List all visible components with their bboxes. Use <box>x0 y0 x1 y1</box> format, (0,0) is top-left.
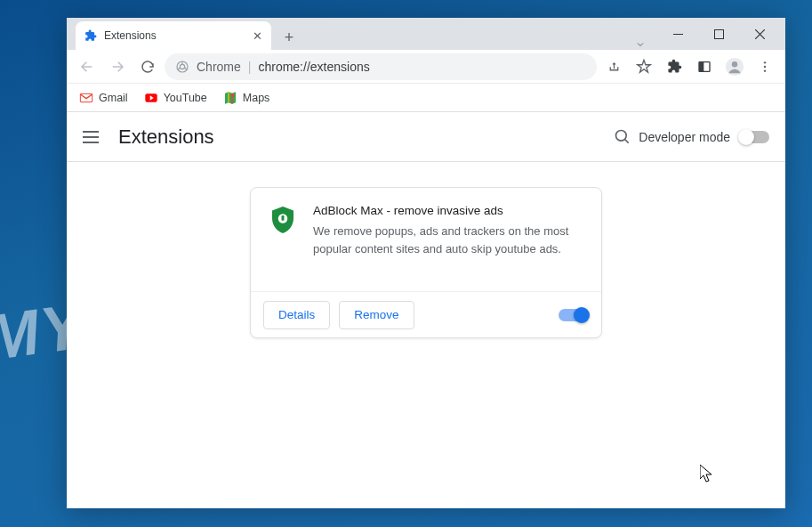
toolbar: Chrome | chrome://extensions <box>67 50 785 84</box>
bookmark-label: YouTube <box>164 92 207 104</box>
search-icon[interactable] <box>607 121 639 153</box>
extension-shield-icon <box>267 204 299 236</box>
svg-point-7 <box>732 61 737 67</box>
browser-window: Extensions ✕ + <box>67 18 785 508</box>
svg-point-9 <box>764 65 766 67</box>
extension-info: AdBlock Max - remove invasive ads We rem… <box>313 204 585 275</box>
forward-button[interactable] <box>104 53 131 80</box>
bookmark-label: Gmail <box>99 92 128 104</box>
svg-point-3 <box>180 64 184 69</box>
bookmark-maps[interactable]: Maps <box>223 91 270 105</box>
remove-button[interactable]: Remove <box>339 301 414 329</box>
extension-enable-toggle[interactable] <box>559 309 589 321</box>
svg-point-13 <box>230 93 234 97</box>
menu-dots-icon[interactable] <box>752 53 778 80</box>
developer-mode: Developer mode <box>639 130 769 144</box>
extension-name: AdBlock Max - remove invasive ads <box>313 204 585 217</box>
puzzle-icon <box>84 29 97 42</box>
svg-rect-1 <box>714 29 723 38</box>
omnibox-separator: | <box>248 60 252 74</box>
extension-card: AdBlock Max - remove invasive ads We rem… <box>250 187 602 338</box>
minimize-button[interactable] <box>659 20 696 47</box>
extensions-puzzle-icon[interactable] <box>661 53 687 80</box>
youtube-icon <box>144 91 158 105</box>
svg-point-10 <box>764 69 766 71</box>
devmode-toggle[interactable] <box>739 131 769 143</box>
new-tab-button[interactable]: + <box>277 25 301 50</box>
browser-tab[interactable]: Extensions ✕ <box>76 21 271 50</box>
chrome-icon <box>175 60 189 74</box>
sidepanel-icon[interactable] <box>691 53 718 80</box>
bookmark-label: Maps <box>243 92 270 104</box>
share-icon[interactable] <box>600 53 627 80</box>
back-button[interactable] <box>74 53 100 80</box>
profile-icon[interactable] <box>721 53 748 80</box>
omnibox-url: chrome://extensions <box>258 60 369 74</box>
bookmark-star-icon[interactable] <box>631 53 657 80</box>
window-controls <box>659 18 785 50</box>
tabs-chevron-icon[interactable] <box>622 39 659 50</box>
close-button[interactable] <box>741 20 778 47</box>
card-body: AdBlock Max - remove invasive ads We rem… <box>251 188 601 291</box>
details-button[interactable]: Details <box>263 301 330 329</box>
close-tab-icon[interactable]: ✕ <box>253 29 262 43</box>
svg-point-8 <box>764 61 766 63</box>
omnibox-prefix: Chrome <box>197 60 241 74</box>
svg-point-14 <box>616 130 627 141</box>
hamburger-menu-icon[interactable] <box>83 126 104 148</box>
svg-rect-5 <box>699 61 703 71</box>
bookmark-youtube[interactable]: YouTube <box>144 91 207 105</box>
svg-rect-17 <box>282 217 285 221</box>
address-bar[interactable]: Chrome | chrome://extensions <box>165 53 597 80</box>
page-title: Extensions <box>118 126 214 149</box>
maximize-button[interactable] <box>700 20 737 47</box>
extension-description: We remove popups, ads and trackers on th… <box>313 223 585 257</box>
tab-title: Extensions <box>104 29 157 42</box>
content-area: AdBlock Max - remove invasive ads We rem… <box>67 162 785 508</box>
gmail-icon <box>79 91 93 105</box>
page-header: Extensions Developer mode <box>67 112 785 162</box>
bookmark-gmail[interactable]: Gmail <box>79 91 128 105</box>
svg-rect-0 <box>673 34 683 35</box>
bookmarks-bar: Gmail YouTube Maps <box>67 84 785 112</box>
titlebar: Extensions ✕ + <box>67 18 785 50</box>
devmode-label: Developer mode <box>639 130 730 144</box>
maps-icon <box>223 91 237 105</box>
card-footer: Details Remove <box>251 291 601 337</box>
reload-button[interactable] <box>134 53 161 80</box>
